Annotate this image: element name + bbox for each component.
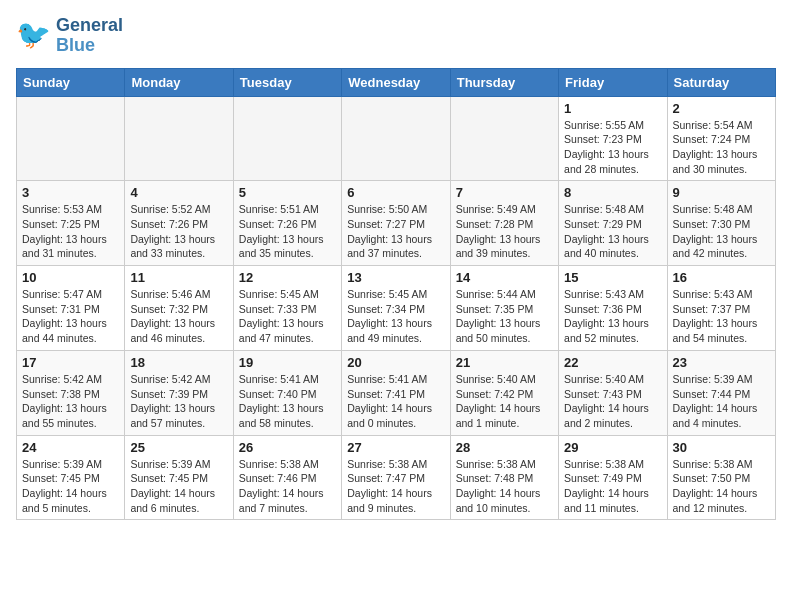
calendar-cell: 12Sunrise: 5:45 AM Sunset: 7:33 PM Dayli… [233, 266, 341, 351]
day-number: 28 [456, 440, 553, 455]
weekday-header: Wednesday [342, 68, 450, 96]
day-info: Sunrise: 5:47 AM Sunset: 7:31 PM Dayligh… [22, 287, 119, 346]
day-info: Sunrise: 5:38 AM Sunset: 7:49 PM Dayligh… [564, 457, 661, 516]
day-number: 4 [130, 185, 227, 200]
day-number: 20 [347, 355, 444, 370]
day-info: Sunrise: 5:48 AM Sunset: 7:29 PM Dayligh… [564, 202, 661, 261]
logo: 🐦 General Blue [16, 16, 123, 56]
calendar-cell: 8Sunrise: 5:48 AM Sunset: 7:29 PM Daylig… [559, 181, 667, 266]
calendar-cell: 24Sunrise: 5:39 AM Sunset: 7:45 PM Dayli… [17, 435, 125, 520]
day-info: Sunrise: 5:55 AM Sunset: 7:23 PM Dayligh… [564, 118, 661, 177]
calendar-cell: 14Sunrise: 5:44 AM Sunset: 7:35 PM Dayli… [450, 266, 558, 351]
calendar-week-row: 24Sunrise: 5:39 AM Sunset: 7:45 PM Dayli… [17, 435, 776, 520]
day-info: Sunrise: 5:43 AM Sunset: 7:36 PM Dayligh… [564, 287, 661, 346]
calendar-header-row: SundayMondayTuesdayWednesdayThursdayFrid… [17, 68, 776, 96]
calendar-cell: 3Sunrise: 5:53 AM Sunset: 7:25 PM Daylig… [17, 181, 125, 266]
calendar-cell: 4Sunrise: 5:52 AM Sunset: 7:26 PM Daylig… [125, 181, 233, 266]
day-number: 25 [130, 440, 227, 455]
calendar-cell: 1Sunrise: 5:55 AM Sunset: 7:23 PM Daylig… [559, 96, 667, 181]
day-info: Sunrise: 5:40 AM Sunset: 7:43 PM Dayligh… [564, 372, 661, 431]
calendar-week-row: 1Sunrise: 5:55 AM Sunset: 7:23 PM Daylig… [17, 96, 776, 181]
day-info: Sunrise: 5:51 AM Sunset: 7:26 PM Dayligh… [239, 202, 336, 261]
day-number: 6 [347, 185, 444, 200]
day-number: 12 [239, 270, 336, 285]
day-info: Sunrise: 5:39 AM Sunset: 7:44 PM Dayligh… [673, 372, 770, 431]
day-number: 30 [673, 440, 770, 455]
weekday-header: Monday [125, 68, 233, 96]
day-info: Sunrise: 5:54 AM Sunset: 7:24 PM Dayligh… [673, 118, 770, 177]
day-info: Sunrise: 5:38 AM Sunset: 7:46 PM Dayligh… [239, 457, 336, 516]
day-info: Sunrise: 5:44 AM Sunset: 7:35 PM Dayligh… [456, 287, 553, 346]
day-info: Sunrise: 5:42 AM Sunset: 7:38 PM Dayligh… [22, 372, 119, 431]
calendar-cell: 9Sunrise: 5:48 AM Sunset: 7:30 PM Daylig… [667, 181, 775, 266]
day-info: Sunrise: 5:49 AM Sunset: 7:28 PM Dayligh… [456, 202, 553, 261]
calendar-cell: 18Sunrise: 5:42 AM Sunset: 7:39 PM Dayli… [125, 350, 233, 435]
svg-text:🐦: 🐦 [16, 18, 51, 51]
weekday-header: Saturday [667, 68, 775, 96]
day-info: Sunrise: 5:45 AM Sunset: 7:34 PM Dayligh… [347, 287, 444, 346]
day-info: Sunrise: 5:41 AM Sunset: 7:41 PM Dayligh… [347, 372, 444, 431]
day-number: 3 [22, 185, 119, 200]
day-info: Sunrise: 5:52 AM Sunset: 7:26 PM Dayligh… [130, 202, 227, 261]
calendar-week-row: 10Sunrise: 5:47 AM Sunset: 7:31 PM Dayli… [17, 266, 776, 351]
day-info: Sunrise: 5:40 AM Sunset: 7:42 PM Dayligh… [456, 372, 553, 431]
day-info: Sunrise: 5:38 AM Sunset: 7:47 PM Dayligh… [347, 457, 444, 516]
day-info: Sunrise: 5:53 AM Sunset: 7:25 PM Dayligh… [22, 202, 119, 261]
day-number: 8 [564, 185, 661, 200]
weekday-header: Sunday [17, 68, 125, 96]
calendar-week-row: 3Sunrise: 5:53 AM Sunset: 7:25 PM Daylig… [17, 181, 776, 266]
day-info: Sunrise: 5:45 AM Sunset: 7:33 PM Dayligh… [239, 287, 336, 346]
calendar-cell: 15Sunrise: 5:43 AM Sunset: 7:36 PM Dayli… [559, 266, 667, 351]
day-number: 19 [239, 355, 336, 370]
day-info: Sunrise: 5:50 AM Sunset: 7:27 PM Dayligh… [347, 202, 444, 261]
day-info: Sunrise: 5:43 AM Sunset: 7:37 PM Dayligh… [673, 287, 770, 346]
calendar-cell: 10Sunrise: 5:47 AM Sunset: 7:31 PM Dayli… [17, 266, 125, 351]
day-number: 18 [130, 355, 227, 370]
weekday-header: Tuesday [233, 68, 341, 96]
day-number: 29 [564, 440, 661, 455]
calendar-cell: 30Sunrise: 5:38 AM Sunset: 7:50 PM Dayli… [667, 435, 775, 520]
day-number: 2 [673, 101, 770, 116]
day-number: 9 [673, 185, 770, 200]
calendar-cell: 20Sunrise: 5:41 AM Sunset: 7:41 PM Dayli… [342, 350, 450, 435]
day-info: Sunrise: 5:42 AM Sunset: 7:39 PM Dayligh… [130, 372, 227, 431]
day-number: 16 [673, 270, 770, 285]
calendar-cell: 16Sunrise: 5:43 AM Sunset: 7:37 PM Dayli… [667, 266, 775, 351]
day-info: Sunrise: 5:46 AM Sunset: 7:32 PM Dayligh… [130, 287, 227, 346]
day-number: 22 [564, 355, 661, 370]
calendar-cell: 29Sunrise: 5:38 AM Sunset: 7:49 PM Dayli… [559, 435, 667, 520]
day-number: 10 [22, 270, 119, 285]
day-number: 23 [673, 355, 770, 370]
day-number: 7 [456, 185, 553, 200]
calendar-cell: 6Sunrise: 5:50 AM Sunset: 7:27 PM Daylig… [342, 181, 450, 266]
day-number: 5 [239, 185, 336, 200]
day-info: Sunrise: 5:39 AM Sunset: 7:45 PM Dayligh… [22, 457, 119, 516]
calendar-table: SundayMondayTuesdayWednesdayThursdayFrid… [16, 68, 776, 521]
calendar-cell [125, 96, 233, 181]
weekday-header: Friday [559, 68, 667, 96]
calendar-cell: 21Sunrise: 5:40 AM Sunset: 7:42 PM Dayli… [450, 350, 558, 435]
day-number: 13 [347, 270, 444, 285]
calendar-cell: 22Sunrise: 5:40 AM Sunset: 7:43 PM Dayli… [559, 350, 667, 435]
calendar-week-row: 17Sunrise: 5:42 AM Sunset: 7:38 PM Dayli… [17, 350, 776, 435]
calendar-cell: 5Sunrise: 5:51 AM Sunset: 7:26 PM Daylig… [233, 181, 341, 266]
day-number: 24 [22, 440, 119, 455]
calendar-cell: 7Sunrise: 5:49 AM Sunset: 7:28 PM Daylig… [450, 181, 558, 266]
day-info: Sunrise: 5:41 AM Sunset: 7:40 PM Dayligh… [239, 372, 336, 431]
weekday-header: Thursday [450, 68, 558, 96]
day-number: 17 [22, 355, 119, 370]
day-number: 21 [456, 355, 553, 370]
logo-text: General Blue [56, 16, 123, 56]
calendar-cell: 23Sunrise: 5:39 AM Sunset: 7:44 PM Dayli… [667, 350, 775, 435]
calendar-cell: 25Sunrise: 5:39 AM Sunset: 7:45 PM Dayli… [125, 435, 233, 520]
day-number: 26 [239, 440, 336, 455]
calendar-cell: 27Sunrise: 5:38 AM Sunset: 7:47 PM Dayli… [342, 435, 450, 520]
day-number: 14 [456, 270, 553, 285]
calendar-cell: 13Sunrise: 5:45 AM Sunset: 7:34 PM Dayli… [342, 266, 450, 351]
day-number: 1 [564, 101, 661, 116]
day-info: Sunrise: 5:38 AM Sunset: 7:50 PM Dayligh… [673, 457, 770, 516]
calendar-cell [233, 96, 341, 181]
page-header: 🐦 General Blue [16, 16, 776, 56]
calendar-cell: 2Sunrise: 5:54 AM Sunset: 7:24 PM Daylig… [667, 96, 775, 181]
day-info: Sunrise: 5:48 AM Sunset: 7:30 PM Dayligh… [673, 202, 770, 261]
